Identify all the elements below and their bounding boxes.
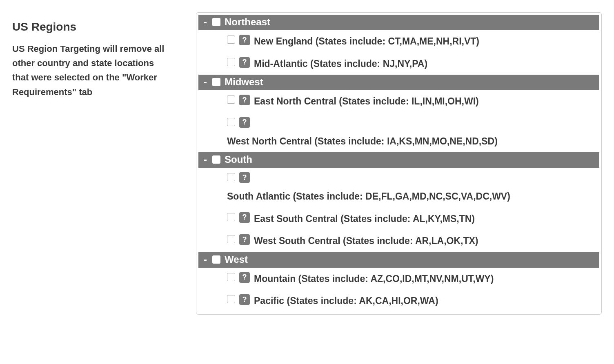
subregion-row: ?New England (States include: CT,MA,ME,N… [198, 30, 599, 53]
subregion-checkbox[interactable] [227, 295, 235, 303]
help-icon[interactable]: ? [239, 172, 250, 183]
subregion-checkbox[interactable] [227, 273, 235, 281]
region-header[interactable]: -South [198, 152, 599, 168]
subregion-label: Mountain (States include: AZ,CO,ID,MT,NV… [254, 272, 494, 286]
region-label: South [225, 154, 252, 165]
sidebar-title: US Regions [12, 20, 171, 33]
subregion-label: Mid-Atlantic (States include: NJ,NY,PA) [254, 57, 427, 71]
subregion-row: ?Mountain (States include: AZ,CO,ID,MT,N… [198, 268, 599, 290]
subregion-checkbox[interactable] [227, 58, 235, 66]
subregion-row: ?West South Central (States include: AR,… [198, 230, 599, 252]
subregion-label: East South Central (States include: AL,K… [254, 212, 475, 226]
subregion-label: New England (States include: CT,MA,ME,NH… [254, 34, 479, 49]
region-label: Northeast [225, 16, 270, 28]
region-checkbox[interactable] [212, 78, 220, 86]
region-header[interactable]: -Northeast [198, 15, 599, 30]
collapse-toggle-icon[interactable]: - [202, 154, 208, 165]
subregion-label: South Atlantic (States include: DE,FL,GA… [227, 189, 599, 204]
subregion-checkbox[interactable] [227, 213, 235, 221]
sidebar-description: US Region Targeting will remove all othe… [12, 42, 171, 99]
help-icon[interactable]: ? [239, 57, 250, 68]
help-icon[interactable]: ? [239, 234, 250, 245]
subregion-row: ?Mid-Atlantic (States include: NJ,NY,PA) [198, 53, 599, 75]
region-label: Midwest [225, 76, 263, 88]
collapse-toggle-icon[interactable]: - [202, 254, 208, 265]
collapse-toggle-icon[interactable]: - [202, 16, 208, 28]
subregion-checkbox[interactable] [227, 95, 235, 104]
help-icon[interactable]: ? [239, 212, 250, 223]
subregion-row: ?East South Central (States include: AL,… [198, 208, 599, 230]
region-label: West [225, 254, 248, 265]
region-checkbox[interactable] [212, 255, 220, 264]
region-header[interactable]: -West [198, 252, 599, 268]
collapse-toggle-icon[interactable]: - [202, 76, 208, 88]
subregion-row: ?East North Central (States include: IL,… [198, 90, 599, 113]
subregion-row: ?Pacific (States include: AK,CA,HI,OR,WA… [198, 290, 599, 312]
subregion-row: ?West North Central (States include: IA,… [198, 113, 599, 153]
regions-tree: -Northeast?New England (States include: … [196, 12, 602, 315]
subregion-checkbox[interactable] [227, 235, 235, 243]
subregion-checkbox[interactable] [227, 118, 235, 126]
subregion-label: West South Central (States include: AR,L… [254, 234, 478, 248]
subregion-label: West North Central (States include: IA,K… [227, 134, 599, 149]
region-checkbox[interactable] [212, 155, 220, 164]
region-checkbox[interactable] [212, 18, 220, 26]
help-icon[interactable]: ? [239, 294, 250, 305]
subregion-label: Pacific (States include: AK,CA,HI,OR,WA) [254, 294, 438, 308]
sidebar: US Regions US Region Targeting will remo… [12, 12, 171, 99]
help-icon[interactable]: ? [239, 95, 250, 105]
subregion-checkbox[interactable] [227, 36, 235, 44]
subregion-label: East North Central (States include: IL,I… [254, 94, 479, 109]
help-icon[interactable]: ? [239, 272, 250, 283]
subregion-checkbox[interactable] [227, 173, 235, 181]
help-icon[interactable]: ? [239, 117, 250, 128]
subregion-row: ?South Atlantic (States include: DE,FL,G… [198, 168, 599, 208]
help-icon[interactable]: ? [239, 35, 250, 45]
region-header[interactable]: -Midwest [198, 75, 599, 90]
